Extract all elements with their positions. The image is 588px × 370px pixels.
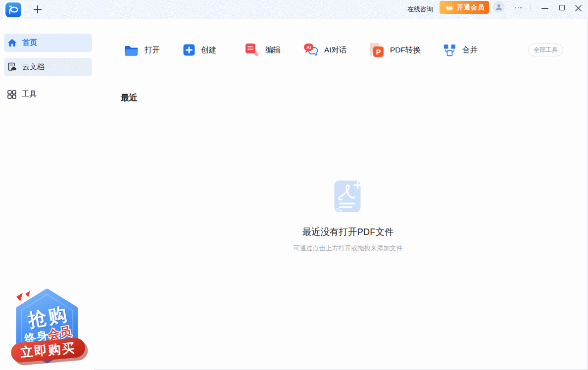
dot-icon <box>515 7 516 8</box>
create-plus-icon <box>183 44 195 56</box>
dot-icon <box>520 7 522 8</box>
more-menu-button[interactable] <box>515 6 524 9</box>
open-folder-icon <box>124 44 139 56</box>
dot-icon <box>518 7 519 8</box>
plus-icon <box>34 5 42 13</box>
pdf-convert-icon: P <box>369 43 384 57</box>
recent-heading: 最近 <box>121 92 138 103</box>
app-window: AI 在线咨询 开通会员 <box>0 0 588 370</box>
sparkle-triangle-icon <box>25 291 30 297</box>
empty-state-hint: 可通过点击上方打开或拖拽来添加文件 <box>108 244 588 253</box>
home-icon <box>7 39 17 47</box>
edit-pen-icon <box>245 43 259 57</box>
ai-chat-icon: AI <box>303 43 318 57</box>
sparkle-triangle-icon <box>16 293 23 301</box>
app-logo-icon: AI <box>5 2 21 17</box>
app-ai-badge: AI <box>9 5 12 8</box>
person-icon <box>494 2 503 11</box>
titlebar: AI 在线咨询 开通会员 <box>0 0 588 19</box>
toolbar-label: PDF转换 <box>390 45 421 55</box>
lifetime-membership-promo-badge[interactable]: 抢购 抢购 终身会员 立即购买 <box>5 286 90 370</box>
new-tab-button[interactable] <box>31 3 45 16</box>
ai-badge-label: AI <box>306 45 311 50</box>
close-button[interactable] <box>575 4 582 11</box>
crown-icon <box>445 4 453 11</box>
sidebar-item-cloud-docs[interactable]: 云文档 <box>4 58 92 76</box>
pdf-letter-label: P <box>376 48 381 56</box>
toolbar-ai-chat-button[interactable]: AI AI对话 <box>303 43 347 57</box>
empty-pdf-file-icon <box>333 179 363 214</box>
toolbar-create-button[interactable]: 创建 <box>183 43 216 57</box>
titlebar-separator <box>530 3 531 11</box>
toolbar-label: 合并 <box>462 45 478 55</box>
empty-state-title: 最近没有打开PDF文件 <box>108 226 588 238</box>
toolbar-label: AI对话 <box>324 45 347 55</box>
toolbar-open-button[interactable]: 打开 <box>124 43 160 57</box>
minimize-button[interactable] <box>541 8 548 9</box>
online-support-link[interactable]: 在线咨询 <box>407 5 433 14</box>
all-tools-button[interactable]: 全部工具 <box>528 44 563 56</box>
sidebar-item-label: 工具 <box>22 90 37 99</box>
toolbar-label: 编辑 <box>265 45 281 55</box>
sidebar-item-label: 云文档 <box>22 62 45 72</box>
tools-grid-icon <box>7 90 16 99</box>
sidebar-item-home[interactable]: 首页 <box>4 34 92 52</box>
toolbar-edit-button[interactable]: 编辑 <box>245 43 281 57</box>
sidebar-item-tools[interactable]: 工具 <box>4 85 92 103</box>
toolbar-label: 打开 <box>145 45 160 55</box>
toolbar-label: 创建 <box>201 45 216 55</box>
close-icon <box>575 5 582 11</box>
membership-button-label: 开通会员 <box>457 3 485 12</box>
toolbar-merge-button[interactable]: 合并 <box>443 43 478 57</box>
merge-icon <box>443 44 456 57</box>
maximize-button[interactable] <box>559 5 565 10</box>
toolbar-pdf-convert-button[interactable]: P PDF转换 <box>369 43 421 57</box>
sidebar-item-label: 首页 <box>22 38 37 47</box>
user-avatar[interactable] <box>493 1 504 12</box>
recent-empty-state: 最近没有打开PDF文件 可通过点击上方打开或拖拽来添加文件 <box>108 179 588 253</box>
cloud-document-icon <box>7 62 17 72</box>
app-tab[interactable]: AI <box>3 1 24 19</box>
sidebar-cloud-noise-texture <box>4 58 92 76</box>
open-membership-button[interactable]: 开通会员 <box>440 1 489 14</box>
sidebar-home-noise-texture <box>4 34 92 52</box>
